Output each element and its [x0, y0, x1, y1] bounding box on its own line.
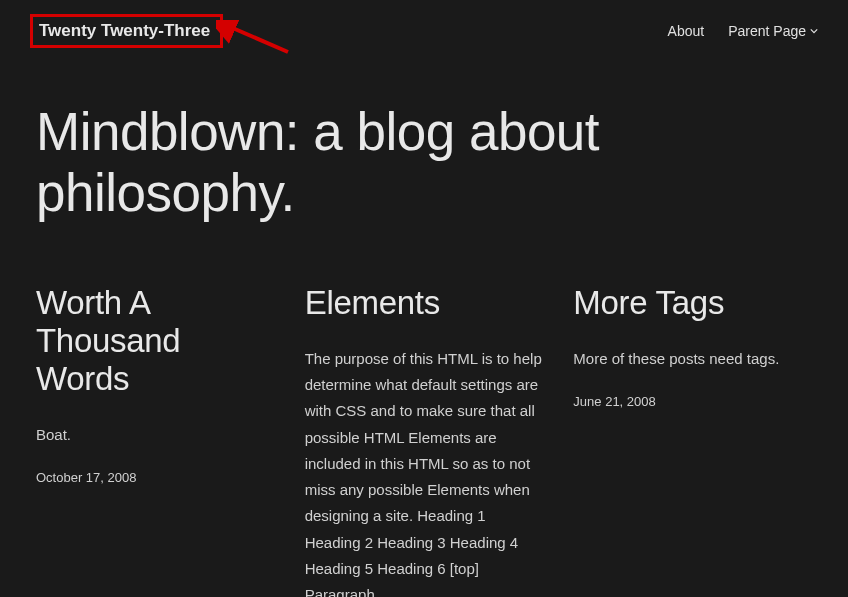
page-title: Mindblown: a blog about philosophy. — [0, 62, 848, 244]
post-item: More Tags More of these posts need tags.… — [573, 284, 812, 597]
post-title[interactable]: More Tags — [573, 284, 812, 322]
primary-nav: About Parent Page — [668, 23, 818, 39]
post-excerpt: More of these posts need tags. — [573, 346, 812, 372]
post-date: October 17, 2008 — [36, 470, 275, 485]
post-item: Elements The purpose of this HTML is to … — [305, 284, 544, 597]
post-title[interactable]: Elements — [305, 284, 544, 322]
nav-item-about[interactable]: About — [668, 23, 705, 39]
post-title[interactable]: Worth A Thousand Words — [36, 284, 275, 398]
site-title-highlight-box: Twenty Twenty-Three — [30, 14, 223, 48]
nav-item-parent-page[interactable]: Parent Page — [728, 23, 818, 39]
nav-item-parent-page-label: Parent Page — [728, 23, 806, 39]
posts-grid: Worth A Thousand Words Boat. October 17,… — [0, 244, 848, 597]
post-date: June 21, 2008 — [573, 394, 812, 409]
post-item: Worth A Thousand Words Boat. October 17,… — [36, 284, 275, 597]
site-title[interactable]: Twenty Twenty-Three — [39, 21, 210, 40]
chevron-down-icon — [810, 27, 818, 35]
post-excerpt: The purpose of this HTML is to help dete… — [305, 346, 544, 597]
post-excerpt: Boat. — [36, 422, 275, 448]
site-header: Twenty Twenty-Three About Parent Page — [0, 0, 848, 62]
